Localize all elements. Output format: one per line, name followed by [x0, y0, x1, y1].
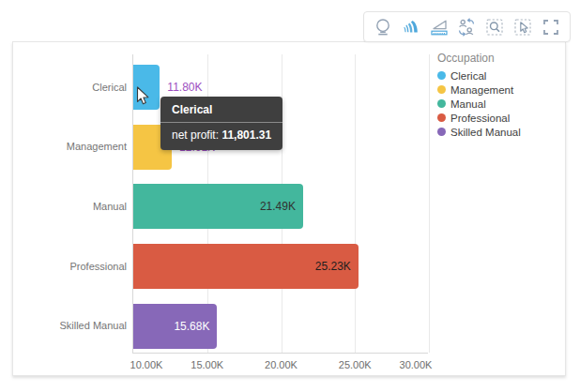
gridline [355, 54, 356, 353]
chart-legend: Occupation ClericalManagementManualProfe… [437, 52, 559, 139]
legend-color-dot [437, 71, 446, 80]
x-axis-tick-label: 25.00K [339, 359, 372, 370]
legend-item-professional[interactable]: Professional [437, 111, 559, 125]
hover-tooltip: Clerical net profit: 11,801.31 [160, 97, 282, 150]
legend-item-skilled-manual[interactable]: Skilled Manual [437, 125, 559, 139]
x-axis-tick-label: 20.00K [265, 359, 298, 370]
legend-color-dot [437, 85, 446, 94]
pointer-select-button[interactable] [510, 12, 536, 41]
legend-item-label: Professional [450, 113, 510, 124]
pointer-select-icon [511, 16, 534, 38]
bar-skilled-manual[interactable]: 15.68K [133, 304, 217, 349]
bar-value-label: 21.49K [260, 200, 296, 213]
legend-color-dot [437, 99, 446, 108]
zoom-area-button[interactable] [481, 12, 508, 41]
x-axis-tick-label: 15.00K [191, 359, 223, 370]
tooltip-body: net profit: 11,801.31 [160, 123, 282, 150]
crystal-ball-icon [372, 16, 394, 38]
category-label: Skilled Manual [14, 320, 127, 332]
legend-title: Occupation [437, 52, 559, 65]
bar-value-label: 11.80K [167, 81, 202, 94]
gridline [429, 54, 430, 353]
legend-item-label: Skilled Manual [450, 127, 521, 138]
legend-item-management[interactable]: Management [437, 83, 559, 97]
legend-color-dot [437, 113, 446, 122]
swap-users-button[interactable] [453, 12, 480, 41]
fan-chart-icon [400, 16, 422, 38]
chart-panel: 10.00K15.00K20.00K25.00K30.00KClerical11… [12, 41, 566, 376]
crystal-ball-button[interactable] [370, 12, 396, 41]
bar-value-label: 15.68K [174, 320, 209, 333]
legend-color-dot [437, 128, 446, 136]
legend-item-manual[interactable]: Manual [437, 97, 559, 111]
set-square-button[interactable] [426, 12, 452, 41]
tooltip-value: 11,801.31 [221, 128, 271, 142]
mouse-cursor-icon [136, 86, 151, 111]
swap-users-icon [455, 16, 478, 38]
bar-value-label: 25.23K [315, 260, 351, 273]
chart-toolbar [363, 11, 571, 42]
category-label: Manual [14, 201, 127, 213]
bar-manual[interactable]: 21.49K [133, 184, 303, 229]
x-axis-tick-label: 10.00K [130, 359, 163, 370]
x-axis-tick-label: 30.00K [400, 359, 433, 370]
legend-items: ClericalManagementManualProfessionalSkil… [437, 68, 559, 139]
fullscreen-button[interactable] [538, 12, 564, 41]
zoom-area-select-icon [483, 16, 506, 38]
bar-professional[interactable]: 25.23K [133, 244, 359, 289]
category-label: Professional [14, 261, 127, 273]
legend-item-label: Management [450, 84, 513, 96]
set-square-ruler-icon [428, 16, 450, 38]
tooltip-title: Clerical [160, 97, 282, 123]
legend-item-label: Manual [450, 98, 486, 110]
category-label: Clerical [14, 82, 127, 94]
legend-item-label: Clerical [450, 70, 486, 82]
category-label: Management [14, 141, 127, 153]
tooltip-field-label: net profit: [172, 128, 219, 142]
fullscreen-icon [540, 16, 562, 38]
legend-item-clerical[interactable]: Clerical [437, 68, 559, 83]
fan-chart-button[interactable] [398, 12, 424, 41]
